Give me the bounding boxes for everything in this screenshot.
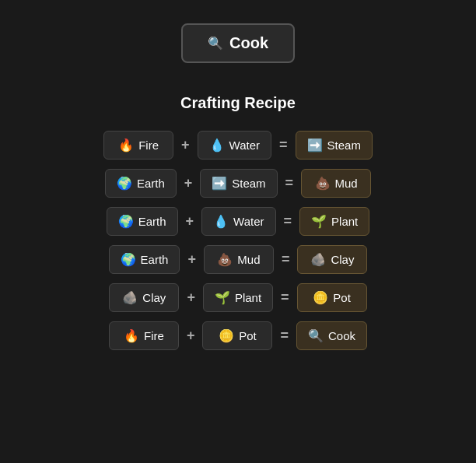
ingredient-1: 🌍Earth bbox=[107, 207, 178, 236]
result-label: Steam bbox=[327, 139, 361, 152]
recipe-row: 🔥Fire+💧Water=➡️Steam bbox=[103, 131, 373, 160]
ingredient-2: ➡️Steam bbox=[200, 169, 277, 198]
result-icon: 🔍 bbox=[308, 328, 324, 343]
ingredient-1-label: Fire bbox=[144, 329, 164, 342]
section-title: Crafting Recipe bbox=[180, 94, 296, 112]
ingredient-1-icon: 🌍 bbox=[117, 176, 132, 191]
result-icon: 💩 bbox=[315, 176, 331, 191]
ingredient-2: 💧Water bbox=[198, 131, 271, 160]
equals-operator: = bbox=[284, 213, 292, 230]
plus-operator: + bbox=[186, 213, 194, 230]
result-tag: ➡️Steam bbox=[296, 131, 373, 160]
result-label: Plant bbox=[331, 215, 358, 228]
ingredient-1: 🔥Fire bbox=[109, 321, 179, 350]
plus-operator: + bbox=[187, 251, 196, 268]
ingredient-1-label: Earth bbox=[137, 177, 165, 190]
ingredient-1-icon: 🌍 bbox=[121, 252, 136, 267]
plus-operator: + bbox=[187, 328, 195, 344]
result-tag: 🔍Cook bbox=[296, 321, 367, 350]
ingredient-1-icon: 🔥 bbox=[124, 328, 139, 343]
result-icon: ➡️ bbox=[307, 138, 323, 153]
result-tag: 🪨Clay bbox=[297, 245, 367, 274]
result-tag: 🪙Pot bbox=[297, 283, 367, 312]
ingredient-1-icon: 🌍 bbox=[118, 214, 134, 229]
cook-icon: 🔍 bbox=[208, 36, 223, 51]
ingredient-1: 🪨Clay bbox=[109, 283, 179, 312]
ingredient-2-icon: 💩 bbox=[217, 252, 233, 267]
equals-operator: = bbox=[285, 175, 294, 191]
result-icon: 🪙 bbox=[313, 290, 328, 305]
ingredient-2: 💩Mud bbox=[204, 245, 274, 274]
result-tag: 💩Mud bbox=[301, 169, 371, 198]
plus-operator: + bbox=[184, 175, 193, 191]
recipes-container: 🔥Fire+💧Water=➡️Steam🌍Earth+➡️Steam=💩Mud🌍… bbox=[103, 131, 373, 350]
ingredient-2-label: Water bbox=[233, 215, 264, 228]
ingredient-2-label: Plant bbox=[235, 291, 261, 304]
ingredient-2-icon: ➡️ bbox=[212, 176, 227, 191]
recipe-row: 🌍Earth+💩Mud=🪨Clay bbox=[109, 245, 368, 274]
ingredient-2-icon: 💧 bbox=[209, 138, 225, 153]
ingredient-1-label: Earth bbox=[141, 253, 169, 266]
ingredient-1-label: Fire bbox=[138, 139, 159, 152]
cook-button-label: Cook bbox=[229, 34, 268, 52]
ingredient-1: 🔥Fire bbox=[103, 131, 173, 160]
ingredient-2-icon: 🌱 bbox=[215, 290, 230, 305]
ingredient-2: 🪙Pot bbox=[202, 321, 272, 350]
result-icon: 🪨 bbox=[310, 252, 326, 267]
ingredient-1: 🌍Earth bbox=[105, 169, 177, 198]
ingredient-2: 🌱Plant bbox=[203, 283, 273, 312]
result-label: Clay bbox=[331, 253, 354, 266]
ingredient-2-label: Water bbox=[229, 139, 260, 152]
ingredient-2-label: Pot bbox=[239, 329, 257, 342]
recipe-row: 🌍Earth+💧Water=🌱Plant bbox=[107, 207, 370, 236]
ingredient-2-label: Mud bbox=[237, 253, 260, 266]
plus-operator: + bbox=[181, 137, 190, 153]
equals-operator: = bbox=[281, 289, 289, 306]
ingredient-1-label: Clay bbox=[142, 291, 166, 304]
ingredient-1-icon: 🔥 bbox=[118, 138, 134, 153]
recipe-row: 🪨Clay+🌱Plant=🪙Pot bbox=[109, 283, 366, 312]
equals-operator: = bbox=[279, 137, 288, 153]
ingredient-1-label: Earth bbox=[138, 215, 166, 228]
ingredient-1-icon: 🪨 bbox=[122, 290, 138, 305]
ingredient-1: 🌍Earth bbox=[109, 245, 180, 274]
ingredient-2-icon: 💧 bbox=[213, 214, 229, 229]
ingredient-2-icon: 🪙 bbox=[219, 328, 234, 343]
result-label: Mud bbox=[335, 177, 358, 190]
ingredient-2: 💧Water bbox=[201, 207, 275, 236]
equals-operator: = bbox=[280, 328, 289, 344]
recipe-row: 🌍Earth+➡️Steam=💩Mud bbox=[105, 169, 371, 198]
result-tag: 🌱Plant bbox=[299, 207, 369, 236]
result-label: Cook bbox=[328, 329, 355, 342]
equals-operator: = bbox=[282, 251, 290, 268]
ingredient-2-label: Steam bbox=[232, 177, 265, 190]
cook-button[interactable]: 🔍 Cook bbox=[181, 23, 295, 63]
result-icon: 🌱 bbox=[311, 214, 327, 229]
plus-operator: + bbox=[187, 289, 195, 306]
recipe-row: 🔥Fire+🪙Pot=🔍Cook bbox=[109, 321, 367, 350]
result-label: Pot bbox=[333, 291, 351, 304]
